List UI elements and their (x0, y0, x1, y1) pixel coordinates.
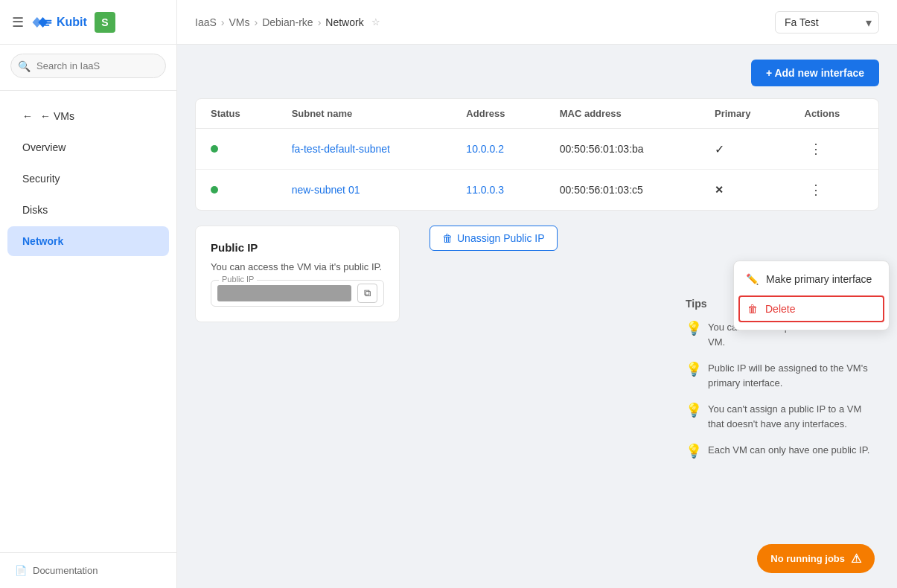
sidebar-top: ☰ Kubit S (0, 0, 176, 45)
sep-3: › (318, 16, 322, 28)
delete-label: Delete (765, 303, 795, 315)
doc-icon: 📄 (15, 565, 27, 576)
row2-address: 11.0.0.3 (451, 170, 544, 211)
network-label: Network (22, 235, 63, 247)
address-link-1[interactable]: 10.0.0.2 (466, 143, 504, 155)
doc-label: Documentation (33, 565, 98, 576)
table-row: fa-test-default-subnet 10.0.0.2 00:50:56… (196, 129, 878, 170)
tip-text-2: Public IP will be assigned to the VM's p… (708, 361, 879, 390)
actions-menu-button-2[interactable]: ⋮ (805, 180, 827, 199)
unassign-label: Unassign Public IP (457, 232, 545, 244)
col-primary: Primary (700, 99, 789, 129)
security-label: Security (22, 173, 60, 185)
logo-text: Kubit (57, 16, 87, 29)
make-primary-label: Make primary interface (766, 273, 872, 285)
sidebar-item-overview[interactable]: Overview (7, 132, 169, 162)
col-mac: MAC address (545, 99, 700, 129)
table-head: Status Subnet name Address MAC address P… (196, 99, 878, 129)
header-right: Fa Test (775, 11, 879, 33)
logo: Kubit (31, 14, 87, 31)
table-row: new-subnet 01 11.0.0.3 00:50:56:01:03:c5… (196, 170, 878, 211)
row1-actions: ⋮ (790, 129, 879, 170)
public-ip-desc: You can access the VM via it's public IP… (211, 261, 384, 272)
col-status: Status (196, 99, 277, 129)
tip-bulb-icon-1: 💡 (686, 320, 702, 336)
row2-status (196, 170, 277, 211)
sidebar-nav: ← ← VMs Overview Security Disks Network (0, 94, 176, 552)
pencil-icon: ✏️ (746, 273, 759, 285)
address-link-2[interactable]: 11.0.0.3 (466, 184, 504, 196)
sidebar-item-disks[interactable]: Disks (7, 195, 169, 225)
subnet-link-1[interactable]: fa-test-default-subnet (292, 143, 390, 155)
row1-mac: 00:50:56:01:03:ba (545, 129, 700, 170)
search-box[interactable]: 🔍 (10, 54, 166, 78)
hamburger-icon[interactable]: ☰ (12, 14, 24, 31)
content-area: + Add new interface Status Subnet name A… (177, 45, 897, 588)
search-icon: 🔍 (18, 60, 31, 72)
make-primary-menu-item[interactable]: ✏️ Make primary interface (734, 266, 889, 293)
back-arrow-icon: ← (22, 110, 33, 122)
back-label: ← VMs (40, 110, 74, 122)
status-dot-active (211, 145, 218, 153)
disks-label: Disks (22, 204, 48, 216)
interfaces-table-wrap: Status Subnet name Address MAC address P… (195, 98, 879, 211)
interfaces-table: Status Subnet name Address MAC address P… (196, 99, 878, 210)
primary-x-2: ✕ (715, 184, 724, 196)
breadcrumb: IaaS › VMs › Debian-rke › Network ☆ (195, 16, 380, 28)
tip-text-4: Each VM can only have one public IP. (708, 443, 869, 458)
unassign-icon: 🗑 (442, 232, 453, 244)
copy-ip-button[interactable]: ⧉ (357, 284, 377, 303)
col-subnet: Subnet name (277, 99, 452, 129)
tip-text-3: You can't assign a public IP to a VM tha… (708, 402, 879, 431)
tip-item-2: 💡 Public IP will be assigned to the VM's… (686, 361, 879, 390)
actions-menu-button-1[interactable]: ⋮ (805, 139, 827, 159)
context-menu: ✏️ Make primary interface 🗑 Delete (733, 261, 890, 330)
tip-bulb-icon-2: 💡 (686, 361, 702, 377)
public-ip-field-label: Public IP (219, 275, 257, 284)
breadcrumb-vms[interactable]: VMs (229, 16, 249, 28)
public-ip-section: Public IP You can access the VM via it's… (195, 226, 400, 322)
kubit-logo-icon (31, 14, 52, 31)
unassign-public-ip-button[interactable]: 🗑 Unassign Public IP (430, 226, 558, 251)
sep-1: › (221, 16, 225, 28)
breadcrumb-iaas[interactable]: IaaS (195, 16, 217, 28)
sidebar: ☰ Kubit S 🔍 ← ← VMs Overview Security (0, 0, 177, 588)
no-running-jobs-badge[interactable]: No running jobs ⚠ (757, 544, 875, 573)
tip-item-3: 💡 You can't assign a public IP to a VM t… (686, 402, 879, 431)
subnet-link-2[interactable]: new-subnet 01 (292, 184, 360, 196)
table-body: fa-test-default-subnet 10.0.0.2 00:50:56… (196, 129, 878, 211)
tip-bulb-icon-3: 💡 (686, 402, 702, 418)
row1-status (196, 129, 277, 170)
row1-primary: ✓ (700, 129, 789, 170)
jobs-label: No running jobs (770, 553, 845, 564)
row1-address: 10.0.0.2 (451, 129, 544, 170)
sidebar-item-security[interactable]: Security (7, 164, 169, 194)
row2-primary: ✕ (700, 170, 789, 211)
sep-2: › (254, 16, 258, 28)
add-interface-button[interactable]: + Add new interface (751, 60, 879, 86)
row2-actions: ⋮ (790, 170, 879, 211)
row2-subnet: new-subnet 01 (277, 170, 452, 211)
tenant-selector-wrapper: Fa Test (775, 11, 879, 33)
search-input[interactable] (10, 54, 166, 78)
breadcrumb-debian[interactable]: Debian-rke (262, 16, 313, 28)
secondary-logo: S (95, 12, 115, 33)
trash-icon: 🗑 (747, 303, 758, 315)
tenant-select[interactable]: Fa Test (775, 11, 879, 33)
delete-menu-item[interactable]: 🗑 Delete (738, 295, 884, 322)
tip-bulb-icon-4: 💡 (686, 443, 702, 459)
public-ip-value (217, 285, 351, 301)
sidebar-item-network[interactable]: Network (7, 226, 169, 256)
col-address: Address (451, 99, 544, 129)
bottom-bar: No running jobs ⚠ (757, 544, 875, 573)
public-ip-field: Public IP ⧉ (211, 280, 384, 307)
sidebar-bottom-docs[interactable]: 📄 Documentation (0, 552, 176, 588)
breadcrumb-current: Network (325, 16, 363, 28)
status-dot-active-2 (211, 186, 218, 194)
tip-item-4: 💡 Each VM can only have one public IP. (686, 443, 879, 459)
favorite-star-icon[interactable]: ☆ (371, 16, 380, 28)
sidebar-item-back[interactable]: ← ← VMs (7, 101, 169, 131)
primary-checkmark-1: ✓ (715, 143, 724, 156)
public-ip-title: Public IP (211, 241, 384, 254)
header: IaaS › VMs › Debian-rke › Network ☆ Fa T… (177, 0, 897, 45)
